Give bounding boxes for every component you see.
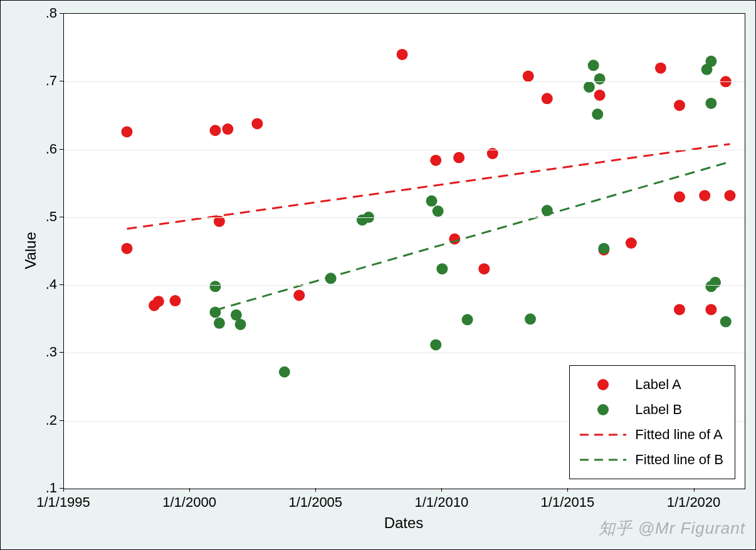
data-point <box>594 73 606 85</box>
data-point <box>426 195 437 207</box>
data-point <box>724 190 735 201</box>
watermark: 知乎 @Mr Figurant <box>599 517 745 539</box>
data-point <box>584 81 595 93</box>
legend-dot-icon <box>579 379 627 390</box>
legend: Label ALabel BFitted line of AFitted lin… <box>569 365 735 479</box>
y-tick-label: .5 <box>19 209 57 225</box>
data-point <box>397 49 408 60</box>
data-point <box>523 71 534 82</box>
y-tick <box>60 352 63 353</box>
data-point <box>170 295 181 306</box>
x-tick <box>567 488 568 492</box>
data-point <box>251 118 263 129</box>
data-point <box>433 205 444 217</box>
data-point <box>121 243 132 254</box>
y-tick-label: .2 <box>19 412 57 428</box>
data-point <box>542 93 553 104</box>
data-point <box>674 100 685 111</box>
data-point <box>235 319 246 330</box>
gridline <box>64 81 745 82</box>
data-point <box>705 56 717 67</box>
legend-label: Label A <box>627 376 681 393</box>
data-point <box>655 63 666 74</box>
gridline <box>64 217 745 218</box>
data-point <box>705 98 717 109</box>
data-point <box>209 281 221 292</box>
y-tick-label: .4 <box>19 276 57 293</box>
y-tick <box>60 81 63 81</box>
y-tick-label: .7 <box>19 73 57 89</box>
data-point <box>222 123 233 135</box>
data-point <box>436 263 448 274</box>
legend-label: Fitted line of A <box>627 427 722 443</box>
legend-dot-icon <box>579 404 627 415</box>
data-point <box>720 316 732 328</box>
data-point <box>293 289 305 301</box>
legend-line-icon <box>579 454 627 466</box>
data-point <box>462 314 473 325</box>
data-point <box>594 90 606 101</box>
x-tick-label: 1/1/2010 <box>415 494 469 511</box>
x-tick <box>694 488 695 492</box>
gridline <box>64 285 745 286</box>
fitted-line <box>127 144 730 229</box>
y-tick <box>60 217 63 217</box>
data-point <box>121 126 132 137</box>
legend-item: Label B <box>579 397 723 422</box>
data-point <box>674 191 685 202</box>
data-point <box>626 237 637 249</box>
legend-item: Fitted line of A <box>579 422 723 447</box>
y-tick-label: .6 <box>19 141 57 157</box>
data-point <box>598 243 609 254</box>
x-tick-label: 1/1/2005 <box>288 494 342 511</box>
x-tick-label: 1/1/1995 <box>36 494 90 511</box>
fitted-line <box>215 163 725 310</box>
data-point <box>478 263 490 274</box>
y-tick-label: .8 <box>19 5 57 21</box>
gridline <box>64 150 745 150</box>
x-tick <box>441 488 442 492</box>
legend-line-icon <box>579 428 627 441</box>
x-tick-label: 1/1/2015 <box>541 494 595 511</box>
data-point <box>453 152 465 163</box>
legend-label: Label B <box>627 402 682 418</box>
y-axis-title: Value <box>22 232 39 269</box>
x-tick <box>189 488 190 492</box>
data-point <box>153 296 164 307</box>
x-axis-title: Dates <box>384 514 424 532</box>
data-point <box>430 339 441 350</box>
data-point <box>674 304 685 315</box>
y-tick-label: .3 <box>19 344 57 360</box>
data-point <box>710 277 721 288</box>
y-tick <box>60 420 63 421</box>
data-point <box>592 108 603 120</box>
data-point <box>525 313 536 324</box>
legend-item: Fitted line of B <box>579 447 723 472</box>
legend-item: Label A <box>579 372 723 397</box>
x-tick <box>315 488 316 492</box>
gridline <box>64 353 745 353</box>
data-point <box>209 125 221 136</box>
data-point <box>588 60 599 71</box>
y-tick <box>60 149 63 150</box>
data-point <box>430 155 441 166</box>
x-tick-label: 1/1/2000 <box>162 494 216 511</box>
data-point <box>214 318 225 329</box>
data-point <box>705 304 717 315</box>
y-tick <box>60 13 63 14</box>
data-point <box>699 190 710 201</box>
chart-frame: Value Dates Label ALabel BFitted line of… <box>0 0 756 550</box>
x-tick-label: 1/1/2020 <box>667 494 721 511</box>
legend-label: Fitted line of B <box>627 452 723 468</box>
data-point <box>279 366 290 378</box>
x-tick <box>63 488 64 492</box>
y-tick <box>60 284 63 285</box>
